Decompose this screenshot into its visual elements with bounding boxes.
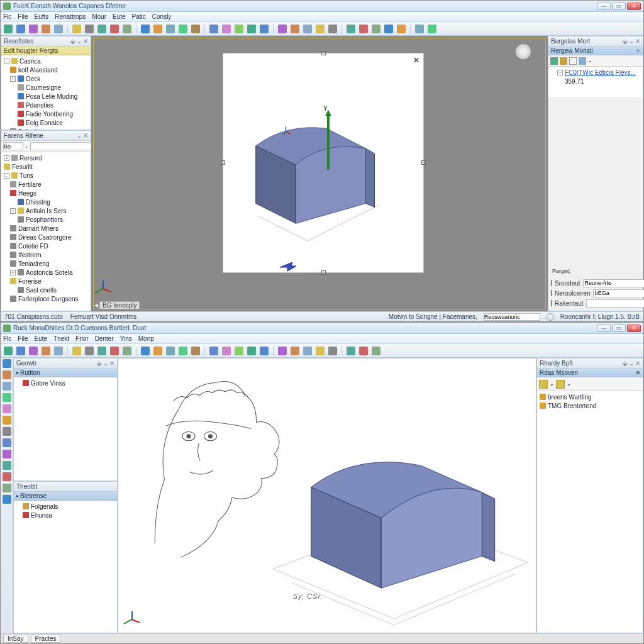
panel-header[interactable]: Resoftstes ⬙⌄✕ [1, 36, 91, 47]
toolbar-button[interactable] [396, 24, 406, 34]
close-button[interactable]: ✕ [627, 325, 641, 332]
tree-item[interactable]: -Casrica [3, 57, 89, 65]
tool-icon[interactable] [579, 57, 586, 65]
toolbar-button[interactable] [247, 24, 257, 34]
menu-item[interactable]: Eute [34, 335, 47, 342]
panel-sub-header[interactable]: ▸Rutiton [14, 369, 117, 377]
tab[interactable]: InSay [3, 635, 28, 643]
toolbar-button[interactable] [259, 24, 269, 34]
tree-item[interactable]: breens Wartling [538, 392, 641, 401]
checkbox[interactable] [551, 300, 552, 306]
tree-item[interactable]: +Oeck [3, 74, 89, 83]
maximize-button[interactable]: ▭ [612, 325, 626, 332]
toolbar-button[interactable] [191, 346, 201, 356]
toolbar-button[interactable] [358, 346, 369, 356]
tree-item[interactable]: TMG Brentertend [538, 401, 641, 410]
toolbar-button[interactable] [277, 346, 287, 356]
tree-item[interactable]: Posa Lelie Muding [3, 92, 89, 101]
menu-item[interactable]: Consly [152, 13, 172, 20]
tree-item[interactable]: Fadie Yontbering [3, 109, 89, 118]
tree-item[interactable]: kotf Alaestand [3, 65, 89, 74]
prop-input[interactable] [583, 279, 644, 287]
panel-menu-icon[interactable]: ⌄ [629, 38, 634, 45]
pin-icon[interactable]: ⬙ [97, 360, 102, 367]
tool-icon[interactable] [3, 495, 11, 504]
toolbar-button[interactable] [371, 346, 381, 356]
toolbar-button[interactable] [109, 346, 119, 356]
parts-tree[interactable]: +RersordFesurilt-TunsFertilareHeegsDhiss… [1, 152, 91, 311]
toolbar-button[interactable] [414, 24, 425, 34]
menu-item[interactable]: Mour [92, 13, 106, 20]
checkbox[interactable] [551, 290, 552, 296]
expand-icon[interactable]: - [4, 58, 9, 64]
tool-icon[interactable] [3, 484, 11, 492]
toolbar-button[interactable] [346, 346, 356, 356]
tree-item[interactable]: Fesurilt [3, 162, 89, 171]
viewport-tab[interactable]: ◀ BG Ienocply [94, 301, 140, 309]
toolbar-button[interactable] [221, 24, 231, 34]
toolbar-button[interactable] [178, 24, 188, 34]
toolbar-button[interactable] [209, 24, 219, 34]
tree-item[interactable]: Gobre Vinss [15, 379, 116, 387]
panel-header[interactable]: Rhardy Bpft ⬙⌄✕ [537, 358, 643, 369]
panel-menu-icon[interactable]: ⌄ [77, 38, 82, 45]
toolbar-button[interactable] [209, 346, 219, 356]
expand-icon[interactable]: + [10, 208, 16, 214]
tree-item[interactable]: Pdansties [3, 101, 89, 109]
expand-icon[interactable]: + [10, 270, 16, 275]
tool-icon[interactable] [3, 359, 11, 368]
panel-sub-header[interactable]: Rergew Moristi ⊗ [548, 47, 643, 55]
tool-icon[interactable] [3, 461, 11, 470]
titlebar-top[interactable]: FuicK Eonath Wanolos Capanes Dfetme — ▭ … [1, 1, 643, 12]
menu-item[interactable]: File [18, 335, 28, 342]
toolbar-button[interactable] [315, 346, 325, 356]
toolbar-button[interactable] [140, 346, 150, 356]
tree-item[interactable]: − FC0(TWic Edticia Fleys... [550, 68, 641, 77]
toolbar-button[interactable] [122, 24, 132, 34]
prop-input[interactable] [586, 299, 644, 308]
search-input[interactable] [3, 142, 23, 150]
toolbar-button[interactable] [303, 24, 313, 34]
tree-item[interactable]: +Rersord [3, 153, 89, 162]
expand-icon[interactable]: + [10, 76, 16, 82]
toolbar-button[interactable] [277, 24, 287, 34]
maximize-button[interactable]: ▭ [612, 3, 626, 10]
tool-icon[interactable] [3, 370, 11, 379]
tool-icon[interactable] [569, 57, 577, 65]
tree-item[interactable]: Darnart Mhers [3, 224, 89, 233]
expand-icon[interactable]: - [4, 173, 9, 179]
tree-item[interactable]: Farlerploce Durgsens [3, 294, 89, 303]
panel-header[interactable]: Bergelas Mort ⬙⌄✕ [548, 36, 643, 47]
checkbox[interactable] [551, 280, 552, 286]
tree-item[interactable]: Cotetie FD [3, 242, 89, 250]
toolbar-button[interactable] [153, 346, 163, 356]
tree-item[interactable]: Fertilare [3, 180, 89, 189]
toolbar-button[interactable] [3, 24, 13, 34]
toolbar-button[interactable] [165, 24, 175, 34]
tool-icon[interactable] [3, 438, 11, 447]
toolbar-button[interactable] [178, 346, 188, 356]
tool-icon[interactable] [550, 57, 558, 65]
viewport-2d[interactable]: Sy, CSr. [118, 358, 536, 633]
folder-icon[interactable] [539, 380, 548, 389]
tree-item[interactable]: +Aosfoncis Sotela [3, 268, 89, 277]
menu-item[interactable]: Fic [3, 13, 11, 20]
viewport-3d[interactable]: ✕ [91, 36, 548, 311]
tool-icon[interactable] [3, 472, 11, 481]
toolbar-button[interactable] [358, 24, 369, 34]
panel-close-icon[interactable]: ✕ [109, 360, 114, 367]
menu-item[interactable]: Eufts [34, 13, 48, 20]
toolbar-button[interactable] [303, 346, 313, 356]
toolbar-button[interactable] [53, 24, 64, 34]
toolbar-button[interactable] [72, 24, 82, 34]
menu-item[interactable]: Flc [3, 335, 11, 342]
toolbar-button[interactable] [41, 24, 51, 34]
toolbar-button[interactable] [84, 24, 94, 34]
props-tree[interactable]: − FC0(TWic Edticia Fleys... 359.71 [548, 67, 643, 97]
menu-item[interactable]: Denter [95, 335, 114, 342]
tree-item[interactable]: Ehunsa [15, 511, 116, 519]
layers-tree[interactable]: FolgenalsEhunsa [14, 501, 117, 633]
tab[interactable]: Practes [31, 635, 61, 643]
toolbar-button[interactable] [371, 24, 381, 34]
panel-header[interactable]: Theottit [14, 482, 117, 492]
